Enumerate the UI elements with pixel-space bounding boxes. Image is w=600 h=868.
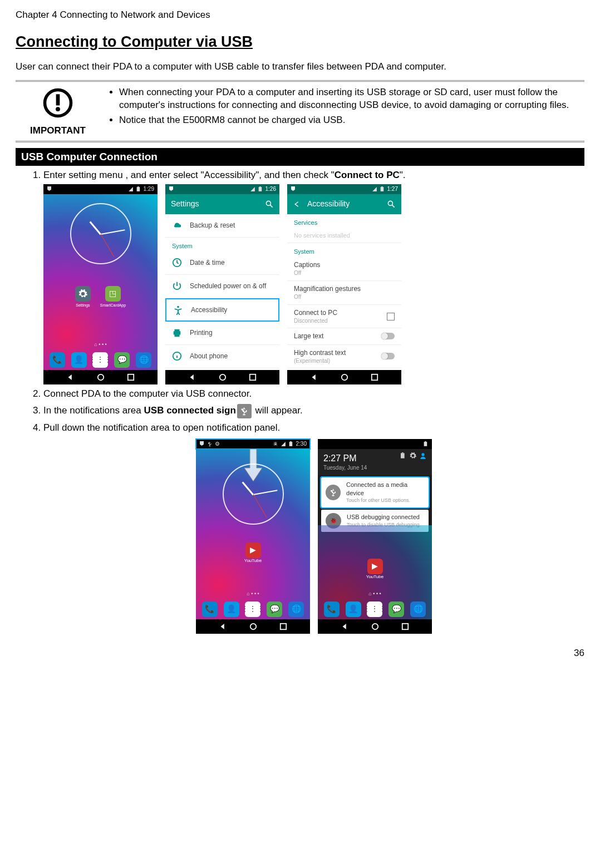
step-2: Connect PDA to the computer via USB conn… [43,388,584,401]
section-title: Connecting to Computer via USB [16,32,584,52]
nav-home-icon[interactable] [219,373,227,381]
nav-bar [287,370,401,384]
item-label: About phone [190,352,228,361]
app-bar-title: Accessibility [307,199,350,209]
dock-messages[interactable]: 💬 [267,601,282,617]
clock-text: 1:26 [265,185,276,193]
item-sub: Off [294,293,395,301]
item-about[interactable]: About phone [165,345,279,368]
page-indicator: ⌂ • • • [196,590,310,597]
dock-messages[interactable]: 💬 [388,601,404,617]
nav-home-icon[interactable] [371,623,379,630]
nav-back-icon[interactable] [66,373,74,381]
app-smartcard[interactable]: ◳ SmartCardApp [100,286,126,308]
app-smartcard-label: SmartCardApp [100,303,126,308]
dock-contacts[interactable]: 👤 [71,352,87,368]
nav-recent-icon[interactable] [371,373,378,381]
item-magnification[interactable]: Magnification gesturesOff [287,281,401,305]
clock-text: 1:29 [144,185,154,193]
nav-recent-icon[interactable] [401,623,409,630]
app-bar-title: Settings [171,199,199,209]
category-system: System [287,243,401,257]
status-bar: ⛊ 1:29 [43,184,158,194]
print-icon [172,328,182,338]
dock-phone[interactable]: 📞 [202,601,218,617]
chapter-header: Chapter 4 Connecting to Network and Devi… [16,9,584,22]
clock-widget[interactable] [223,463,284,525]
usb-icon [326,485,341,500]
item-large-text[interactable]: Large text [287,328,401,344]
notification-media-device[interactable]: Connected as a media deviceTouch for oth… [321,477,429,507]
nav-back-icon[interactable] [341,623,348,630]
dock-messages[interactable]: 💬 [114,352,130,368]
shield-icon: ⛊ [47,185,52,193]
category-system: System [165,238,279,251]
item-datetime[interactable]: Date & time [165,251,279,275]
nav-home-icon[interactable] [341,373,348,381]
item-accessibility[interactable]: Accessibility [165,298,279,322]
app-youtube[interactable]: ▶ YouTube [244,542,262,564]
item-printing[interactable]: Printing [165,322,279,345]
cloud-icon [172,220,182,230]
page-indicator: ⌂ • • • [43,341,158,348]
dock-apps[interactable]: ⋮⋮⋮ [245,601,260,617]
app-settings[interactable]: Settings [75,286,91,308]
switch-icon[interactable] [381,333,395,339]
subsection-band: USB Computer Connection [16,148,584,166]
gear-icon [78,289,87,298]
dock-contacts[interactable]: 👤 [346,601,361,617]
clock-icon [172,258,182,268]
step-1-bold: Connect to PC [335,170,400,180]
app-youtube-label: YouTube [244,558,262,564]
dock-apps[interactable]: ⋮⋮⋮ [92,352,108,368]
notif-sub: Touch for other USB options. [346,497,424,504]
nav-recent-icon[interactable] [127,373,135,381]
screenshot-pulldown: ⛊ ⚙ ⛯ 2:30 ▶ [196,439,310,634]
dock-apps[interactable]: ⋮⋮⋮ [367,601,382,617]
dock-browser[interactable]: 🌐 [288,601,304,617]
app-settings-label: Settings [76,303,90,308]
search-icon[interactable] [265,200,274,209]
dock-browser[interactable]: 🌐 [410,601,426,617]
user-icon[interactable] [420,452,426,459]
svg-rect-10 [56,95,60,106]
dock-browser[interactable]: 🌐 [136,352,151,368]
back-icon[interactable] [293,200,301,208]
panel-header: 2:27 PM Tuesday, June 14 [318,449,432,475]
switch-icon[interactable] [381,353,395,359]
important-label: IMPORTANT [30,125,86,137]
item-scheduled-power[interactable]: Scheduled power on & off [165,275,279,298]
nav-recent-icon[interactable] [249,373,257,381]
search-icon[interactable] [387,200,396,209]
info-icon [172,351,182,361]
nav-back-icon[interactable] [219,623,227,630]
battery-icon [380,186,385,192]
signal-icon [281,441,286,447]
status-bar [318,439,432,449]
nav-home-icon[interactable] [249,623,257,630]
item-backup[interactable]: Backup & reset [165,214,279,238]
battery-icon [258,186,263,192]
item-connect-to-pc[interactable]: Connect to PCDisconnected [287,305,401,329]
app-bar-accessibility: Accessibility [287,194,401,214]
item-high-contrast[interactable]: High contrast text(Experimental) [287,345,401,369]
status-bar-highlighted[interactable]: ⛊ ⚙ ⛯ 2:30 [196,439,310,449]
dock-phone[interactable]: 📞 [50,352,65,368]
checkbox-icon[interactable] [387,313,395,320]
app-youtube[interactable]: ▶ YouTube [366,559,383,580]
clock-widget[interactable] [70,203,131,264]
dock-phone[interactable]: 📞 [324,601,340,617]
nav-back-icon[interactable] [188,373,196,381]
nav-back-icon[interactable] [310,373,318,381]
category-services: Services [287,214,401,228]
usb-icon [237,404,252,418]
nav-home-icon[interactable] [97,373,105,381]
signal-icon [250,186,255,192]
battery-icon [423,441,429,447]
item-captions[interactable]: CaptionsOff [287,257,401,281]
gear-icon[interactable] [410,452,416,459]
nav-recent-icon[interactable] [279,623,287,630]
item-sub: Disconnected [294,317,337,325]
dock-contacts[interactable]: 👤 [224,601,239,617]
important-box: IMPORTANT When connecting your PDA to a … [16,80,584,142]
